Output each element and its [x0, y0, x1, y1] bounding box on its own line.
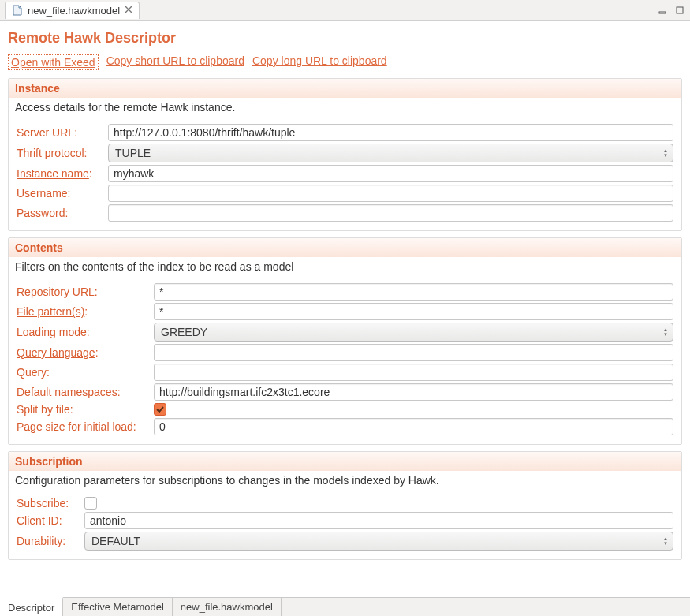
page-size-label: Page size for initial load: — [17, 420, 149, 433]
contents-section: Contents Filters on the contents of the … — [8, 237, 682, 445]
close-icon[interactable] — [125, 6, 132, 15]
subscribe-label: Subscribe: — [17, 497, 80, 510]
username-input[interactable] — [108, 185, 673, 202]
open-exeed-link[interactable]: Open with Exeed — [8, 54, 99, 70]
page-size-input[interactable] — [154, 418, 673, 435]
section-description: Access details for the remote Hawk insta… — [9, 98, 681, 118]
editor-tab-bar: new_file.hawkmodel — [0, 0, 690, 21]
section-heading: Subscription — [9, 452, 681, 471]
copy-short-url-link[interactable]: Copy short URL to clipboard — [106, 54, 244, 70]
copy-long-url-link[interactable]: Copy long URL to clipboard — [252, 54, 387, 70]
subscribe-checkbox[interactable] — [84, 497, 97, 510]
durability-value: DEFAULT — [91, 535, 140, 547]
file-pattern-label: File pattern(s): — [17, 305, 149, 318]
spinner-icon: ▲▼ — [663, 537, 668, 546]
svg-rect-1 — [677, 7, 683, 13]
section-description: Configuration parameters for subscriptio… — [9, 471, 681, 491]
editor-tab[interactable]: new_file.hawkmodel — [5, 2, 140, 19]
password-input[interactable] — [108, 204, 673, 222]
file-pattern-input[interactable] — [154, 303, 673, 320]
action-links: Open with Exeed Copy short URL to clipbo… — [8, 54, 682, 70]
query-input[interactable] — [154, 364, 673, 381]
durability-label: Durability: — [17, 535, 80, 547]
spinner-icon: ▲▼ — [663, 328, 668, 337]
editor-tab-label: new_file.hawkmodel — [28, 5, 120, 17]
thrift-protocol-label: Thrift protocol: — [17, 147, 103, 159]
repository-url-input[interactable] — [154, 283, 673, 301]
password-label: Password: — [17, 207, 103, 219]
subscription-section: Subscription Configuration parameters fo… — [8, 451, 682, 560]
editor-body: Remote Hawk Descriptor Open with Exeed C… — [0, 21, 690, 597]
svg-rect-0 — [659, 12, 666, 13]
bottom-tab-bar: Descriptor Effective Metamodel new_file.… — [0, 597, 690, 616]
tab-source-file[interactable]: new_file.hawkmodel — [173, 598, 282, 616]
tab-effective-metamodel[interactable]: Effective Metamodel — [63, 598, 173, 616]
section-description: Filters on the contents of the index to … — [9, 257, 681, 278]
file-icon — [12, 5, 23, 16]
repository-url-label: Repository URL: — [17, 286, 149, 298]
query-language-label: Query language: — [17, 346, 149, 359]
thrift-protocol-select[interactable]: TUPLE ▲▼ — [108, 144, 673, 162]
query-label: Query: — [17, 366, 149, 379]
durability-select[interactable]: DEFAULT ▲▼ — [84, 532, 673, 551]
maximize-icon[interactable] — [674, 5, 685, 16]
page-title: Remote Hawk Descriptor — [8, 30, 682, 47]
loading-mode-value: GREEDY — [161, 326, 207, 338]
loading-mode-select[interactable]: GREEDY ▲▼ — [154, 323, 673, 342]
default-namespaces-input[interactable] — [154, 383, 673, 401]
spinner-icon: ▲▼ — [663, 149, 668, 158]
client-id-input[interactable] — [84, 512, 673, 529]
username-label: Username: — [17, 187, 103, 200]
section-heading: Instance — [9, 79, 681, 98]
split-by-file-label: Split by file: — [17, 403, 149, 416]
split-by-file-checkbox[interactable] — [154, 403, 166, 416]
default-namespaces-label: Default namespaces: — [17, 386, 149, 398]
tab-descriptor[interactable]: Descriptor — [0, 597, 63, 616]
query-language-input[interactable] — [154, 344, 673, 361]
instance-name-input[interactable] — [108, 165, 673, 182]
loading-mode-label: Loading mode: — [17, 326, 149, 338]
section-heading: Contents — [9, 238, 681, 257]
server-url-input[interactable] — [108, 124, 673, 141]
client-id-label: Client ID: — [17, 514, 80, 527]
server-url-label: Server URL: — [17, 126, 103, 139]
instance-name-label: Instance name: — [17, 167, 103, 180]
thrift-protocol-value: TUPLE — [115, 147, 151, 159]
minimize-icon[interactable] — [657, 5, 668, 16]
instance-section: Instance Access details for the remote H… — [8, 78, 682, 231]
